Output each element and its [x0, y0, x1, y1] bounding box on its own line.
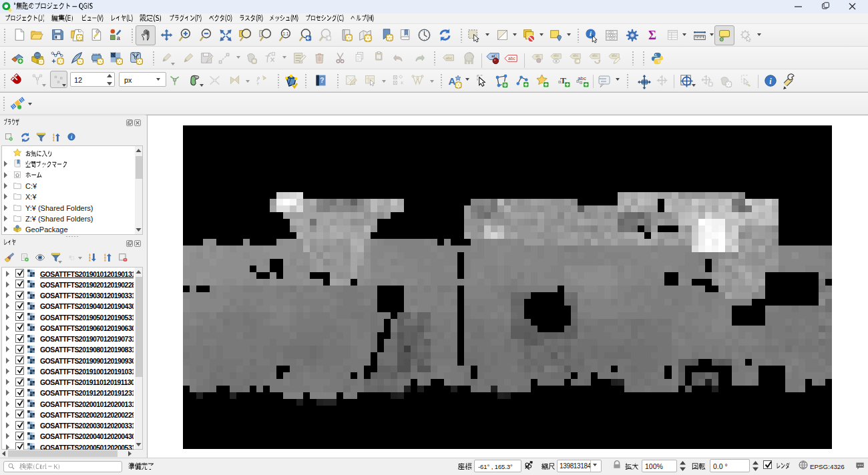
svg-text:i: i	[590, 30, 592, 37]
svg-text:ab: ab	[535, 54, 539, 58]
svg-text:Σ: Σ	[648, 29, 656, 42]
svg-text:A: A	[449, 75, 456, 87]
svg-text:a: a	[117, 35, 121, 41]
svg-text:abc: abc	[445, 55, 452, 60]
svg-text:?: ?	[320, 76, 324, 84]
svg-text:ε: ε	[401, 79, 403, 85]
svg-text:abc: abc	[612, 53, 618, 57]
svg-text:abc: abc	[508, 56, 515, 61]
svg-text:abc: abc	[554, 53, 560, 57]
svg-text:abc: abc	[578, 75, 586, 81]
svg-text:1:1: 1:1	[282, 31, 288, 36]
svg-text:abc: abc	[573, 53, 579, 57]
svg-text:abc: abc	[592, 53, 598, 57]
